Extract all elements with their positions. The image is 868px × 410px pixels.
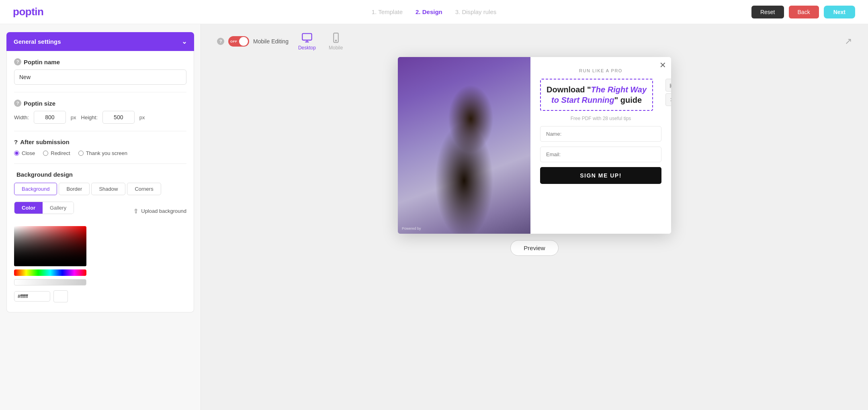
color-gallery-tabs: Color Gallery — [14, 202, 74, 214]
upload-background-button[interactable]: ⇧ Upload background — [133, 208, 186, 215]
after-submission-label: ? After submission — [14, 139, 186, 145]
height-input[interactable] — [102, 111, 135, 124]
poptin-name-help-icon[interactable]: ? — [14, 58, 21, 65]
radio-thank-you[interactable]: Thank you screen — [78, 150, 127, 156]
mobile-tab[interactable]: Mobile — [329, 32, 343, 51]
popup-close-button[interactable]: ✕ — [659, 61, 666, 69]
color-hex-input[interactable] — [14, 291, 50, 302]
popup-description: Free PDF with 28 useful tips — [540, 116, 661, 121]
nav-step-design[interactable]: 2. Design — [416, 8, 442, 15]
mobile-icon — [330, 32, 342, 43]
popup-submit-button[interactable]: SIGN ME UP! — [540, 167, 661, 184]
popup-email-input[interactable] — [540, 147, 661, 162]
bg-tab-corners[interactable]: Corners — [127, 183, 161, 195]
upload-label: Upload background — [141, 208, 186, 214]
color-tab[interactable]: Color — [14, 202, 43, 214]
mobile-editing-label: Mobile Editing — [253, 38, 289, 45]
popup-preview: Powered by ✕ RUN LIKE A PRO Download "Th… — [398, 57, 671, 234]
bg-tab-background[interactable]: Background — [14, 183, 57, 195]
svg-point-4 — [335, 40, 336, 41]
poptin-size-help-icon[interactable]: ? — [14, 100, 21, 107]
popup-right-content: ✕ RUN LIKE A PRO Download "The Right Way… — [530, 57, 671, 234]
mobile-editing-toggle[interactable]: OFF — [228, 36, 249, 47]
general-settings-section: General settings ⌄ ? Poptin name ? Popti… — [6, 32, 194, 312]
brand-logo: poptin — [13, 6, 43, 18]
color-value-row — [14, 290, 86, 302]
general-settings-header[interactable]: General settings ⌄ — [6, 32, 194, 51]
mobile-editing-section: ? OFF Mobile Editing — [217, 36, 289, 47]
general-settings-title: General settings — [14, 38, 61, 45]
color-swatch[interactable] — [53, 290, 68, 302]
after-submission-options: Close Redirect Thank you screen — [14, 150, 186, 156]
preview-button[interactable]: Preview — [510, 240, 558, 256]
radio-redirect-label: Redirect — [51, 150, 70, 156]
popup-title-box[interactable]: Download "The Right Wayto Start Running"… — [540, 79, 653, 111]
width-unit: px — [71, 114, 76, 120]
bg-tab-shadow[interactable]: Shadow — [91, 183, 125, 195]
toggle-knob — [239, 37, 248, 46]
height-unit: px — [139, 114, 145, 120]
nav-step-display[interactable]: 3. Display rules — [455, 8, 497, 15]
desktop-tab[interactable]: Desktop — [298, 32, 316, 51]
powered-by-text: Powered by — [402, 226, 421, 230]
radio-redirect[interactable]: Redirect — [43, 150, 70, 156]
bg-design-tabs: Background Border Shadow Corners — [14, 183, 186, 195]
next-button[interactable]: Next — [824, 6, 855, 18]
bg-tab-border[interactable]: Border — [59, 183, 90, 195]
copy-button[interactable]: ▣ — [665, 79, 671, 92]
top-nav: poptin 1. Template 2. Design 3. Display … — [0, 0, 868, 24]
left-panel: General settings ⌄ ? Poptin name ? Popti… — [0, 24, 201, 410]
radio-redirect-input[interactable] — [43, 151, 48, 156]
color-picker — [14, 226, 186, 302]
toggle-off-label: OFF — [230, 40, 237, 43]
general-settings-body: ? Poptin name ? Poptin size Width: px He… — [6, 51, 194, 312]
width-label: Width: — [14, 114, 29, 120]
background-design-label: Background design — [14, 171, 186, 178]
svg-rect-0 — [302, 34, 311, 40]
athlete-figure — [398, 57, 530, 234]
color-hue-strip[interactable] — [14, 269, 86, 276]
after-submission-help-icon[interactable]: ? — [14, 139, 18, 145]
desktop-label: Desktop — [298, 45, 316, 51]
chevron-down-icon: ⌄ — [182, 38, 187, 45]
upload-icon: ⇧ — [133, 208, 139, 215]
poptin-name-label: ? Poptin name — [14, 58, 186, 65]
device-tabs: Desktop Mobile — [298, 32, 343, 51]
color-gradient-box[interactable] — [14, 226, 86, 266]
expand-icon[interactable]: ↗ — [845, 36, 852, 47]
poptin-name-input[interactable] — [14, 69, 186, 85]
poptin-size-row: Width: px Height: px — [14, 111, 186, 124]
radio-close[interactable]: Close — [14, 150, 35, 156]
title-action-buttons: ▣ ✕ — [665, 79, 671, 106]
radio-thankyou-label: Thank you screen — [86, 150, 127, 156]
main-layout: General settings ⌄ ? Poptin name ? Popti… — [0, 24, 868, 410]
reset-button[interactable]: Reset — [751, 6, 784, 18]
popup-subtitle: RUN LIKE A PRO — [540, 68, 661, 73]
radio-close-input[interactable] — [14, 151, 19, 156]
desktop-icon — [301, 32, 313, 43]
poptin-size-label: ? Poptin size — [14, 100, 186, 107]
popup-name-input[interactable] — [540, 126, 661, 142]
preview-toolbar: ? OFF Mobile Editing Desktop — [201, 32, 868, 51]
height-label: Height: — [81, 114, 98, 120]
radio-close-label: Close — [22, 150, 35, 156]
width-input[interactable] — [34, 111, 66, 124]
radio-thankyou-input[interactable] — [78, 151, 84, 156]
delete-button[interactable]: ✕ — [665, 93, 671, 106]
gallery-tab[interactable]: Gallery — [43, 202, 74, 214]
nav-steps: 1. Template 2. Design 3. Display rules — [372, 8, 497, 15]
color-alpha-strip[interactable] — [14, 279, 86, 286]
back-button[interactable]: Back — [789, 6, 819, 18]
mobile-editing-help-icon[interactable]: ? — [217, 38, 224, 45]
popup-left-image: Powered by — [398, 57, 530, 234]
nav-actions: Reset Back Next — [751, 6, 855, 18]
right-panel: ? OFF Mobile Editing Desktop — [201, 24, 868, 410]
mobile-label: Mobile — [329, 45, 343, 51]
nav-step-template[interactable]: 1. Template — [372, 8, 403, 15]
popup-title: Download "The Right Wayto Start Running"… — [547, 84, 647, 105]
